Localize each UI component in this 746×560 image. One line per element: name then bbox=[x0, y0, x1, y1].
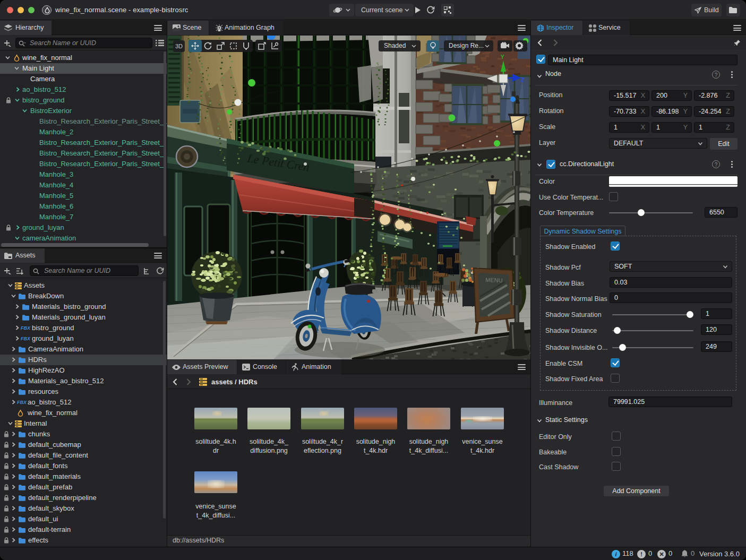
svg-text:Z: Z bbox=[521, 76, 525, 83]
svg-text:MENU: MENU bbox=[485, 277, 503, 283]
svg-text:Y: Y bbox=[501, 54, 504, 60]
